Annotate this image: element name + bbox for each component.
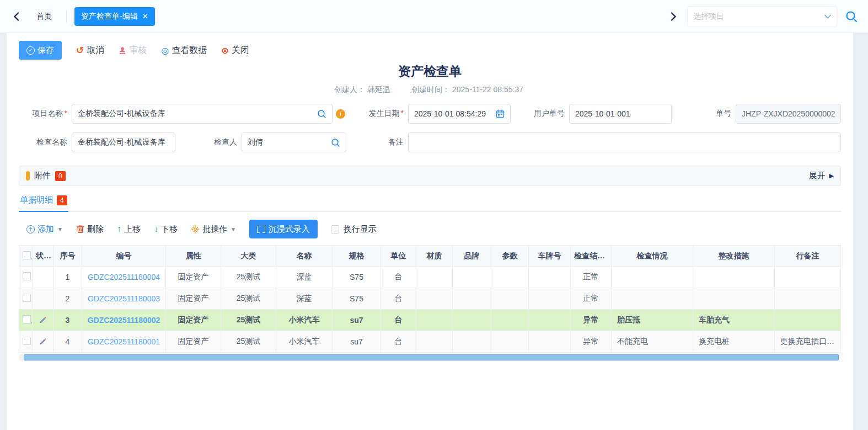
cell-name: 小米汽车	[276, 331, 333, 353]
created-label: 创建时间：	[411, 85, 450, 94]
occur-date-input[interactable]	[414, 109, 492, 118]
project-select[interactable]: 选择项目	[687, 6, 837, 27]
delete-button[interactable]: 删除	[76, 224, 104, 235]
cell-code[interactable]: GDZC202511180004	[82, 267, 166, 288]
cell-status[interactable]	[33, 310, 53, 331]
close-button[interactable]: ⊗ 关闭	[221, 45, 249, 56]
cell-select	[19, 310, 33, 331]
audit-button: 审核	[119, 45, 147, 56]
save-button[interactable]: ✓ 保存	[19, 41, 62, 60]
global-search-icon[interactable]	[845, 10, 858, 23]
cell-attr: 固定资产	[166, 288, 221, 310]
cell-situation: 不能充电	[612, 331, 693, 353]
chevron-down-icon: ▼	[231, 226, 236, 232]
select-all-header	[19, 246, 33, 267]
table-row[interactable]: 2GDZC202511180003固定资产25测试深蓝S75台正常	[19, 288, 841, 310]
table-row[interactable]: 3GDZC202511180002固定资产25测试小米汽车su7台异常胎压抵车胎…	[19, 310, 841, 331]
cell-result: 正常	[571, 267, 612, 288]
move-down-label: 下移	[161, 224, 178, 235]
cell-brand	[453, 310, 491, 331]
move-up-button[interactable]: ↑ 上移	[117, 224, 141, 235]
check-circle-icon: ✓	[26, 46, 35, 55]
immersive-entry-button[interactable]: 沉浸式录入	[249, 220, 318, 238]
grid-toolbar: + 添加 ▼ 删除 ↑ 上移 ↓ 下移 批操作 ▼ 沉浸式录入	[26, 220, 841, 238]
cancel-button[interactable]: ↺ 取消	[76, 45, 104, 56]
view-data-button[interactable]: ◎ 查看数据	[161, 45, 207, 56]
cell-unit: 台	[381, 331, 416, 353]
batch-ops-button[interactable]: 批操作 ▼	[191, 224, 236, 235]
col-header-spec: 规格	[333, 246, 381, 267]
attachment-bar[interactable]: 附件 0 展开 ▶	[19, 166, 841, 186]
tab-home[interactable]: 首页	[30, 7, 58, 26]
scrollbar-thumb[interactable]	[24, 354, 839, 360]
select-all-checkbox[interactable]	[23, 251, 31, 259]
info-icon[interactable]: i	[336, 109, 345, 119]
cell-select	[19, 267, 33, 288]
check-name-field	[72, 132, 175, 152]
checker-input[interactable]	[248, 138, 328, 147]
delete-label: 删除	[87, 224, 104, 235]
cell-code[interactable]: GDZC202511180002	[82, 310, 166, 331]
cell-attr: 固定资产	[166, 310, 221, 331]
cell-code[interactable]: GDZC202511180003	[82, 288, 166, 310]
col-header-brand: 品牌	[453, 246, 491, 267]
cell-name: 深蓝	[276, 267, 333, 288]
expand-button[interactable]: 展开 ▶	[809, 171, 834, 181]
eye-icon: ◎	[161, 45, 169, 56]
add-button[interactable]: + 添加 ▼	[26, 224, 63, 235]
table-row[interactable]: 4GDZC202511180001固定资产25测试小米汽车su7台异常不能充电换…	[19, 331, 841, 353]
tab-close-icon[interactable]: ✕	[142, 13, 148, 20]
chevron-down-icon	[824, 14, 831, 19]
section-marker-icon	[26, 171, 30, 181]
doc-no-input	[742, 109, 835, 118]
checker-field	[242, 132, 346, 152]
save-label: 保存	[37, 45, 54, 56]
search-icon[interactable]	[317, 109, 326, 119]
doc-no-field	[736, 104, 841, 124]
close-label: 关闭	[232, 45, 249, 56]
tabs-scroll-left-icon[interactable]	[10, 10, 22, 23]
row-checkbox[interactable]	[23, 315, 31, 323]
col-header-code: 编号	[82, 246, 166, 267]
user-no-field	[569, 104, 672, 124]
tab-asset-inspection-edit[interactable]: 资产检查单-编辑 ✕	[74, 7, 155, 26]
col-header-attr: 属性	[166, 246, 221, 267]
edit-pencil-icon[interactable]	[39, 337, 47, 345]
audit-label: 审核	[129, 45, 147, 56]
row-checkbox[interactable]	[23, 272, 31, 280]
cell-action: 换充电桩	[693, 331, 775, 353]
cell-param	[491, 288, 529, 310]
cell-category: 25测试	[221, 310, 276, 331]
tab-detail-list[interactable]: 单据明细 4	[19, 195, 68, 212]
creator-value: 韩延温	[367, 85, 390, 94]
cell-attr: 固定资产	[166, 331, 221, 353]
cell-unit: 台	[381, 267, 416, 288]
cell-code[interactable]: GDZC202511180001	[82, 331, 166, 353]
row-checkbox[interactable]	[23, 337, 31, 345]
table-row[interactable]: 1GDZC202511180004固定资产25测试深蓝S75台正常	[19, 267, 841, 288]
cell-status[interactable]	[33, 331, 53, 353]
user-no-input[interactable]	[575, 109, 666, 118]
cell-category: 25测试	[221, 331, 276, 353]
remark-input[interactable]	[414, 138, 835, 147]
triangle-right-icon: ▶	[829, 172, 834, 179]
search-icon[interactable]	[331, 138, 340, 147]
cell-situation: 胎压抵	[612, 310, 693, 331]
wrap-display-toggle: 换行显示	[331, 224, 377, 235]
cell-category: 25测试	[221, 288, 276, 310]
project-name-input[interactable]	[78, 109, 314, 118]
remark-label: 备注	[381, 137, 404, 147]
row-checkbox[interactable]	[23, 294, 31, 302]
doc-no-label: 单号	[698, 109, 731, 119]
edit-pencil-icon[interactable]	[39, 315, 47, 323]
move-down-button[interactable]: ↓ 下移	[154, 224, 178, 235]
cell-action: 车胎充气	[693, 310, 775, 331]
col-header-category: 大类	[221, 246, 276, 267]
cell-name: 深蓝	[276, 288, 333, 310]
tabs-scroll-right-icon[interactable]	[667, 10, 679, 23]
check-name-input[interactable]	[78, 138, 169, 147]
wrap-display-checkbox[interactable]	[331, 225, 339, 233]
col-header-status: 状态	[33, 246, 53, 267]
cell-spec: su7	[333, 310, 381, 331]
calendar-icon[interactable]	[496, 109, 505, 118]
